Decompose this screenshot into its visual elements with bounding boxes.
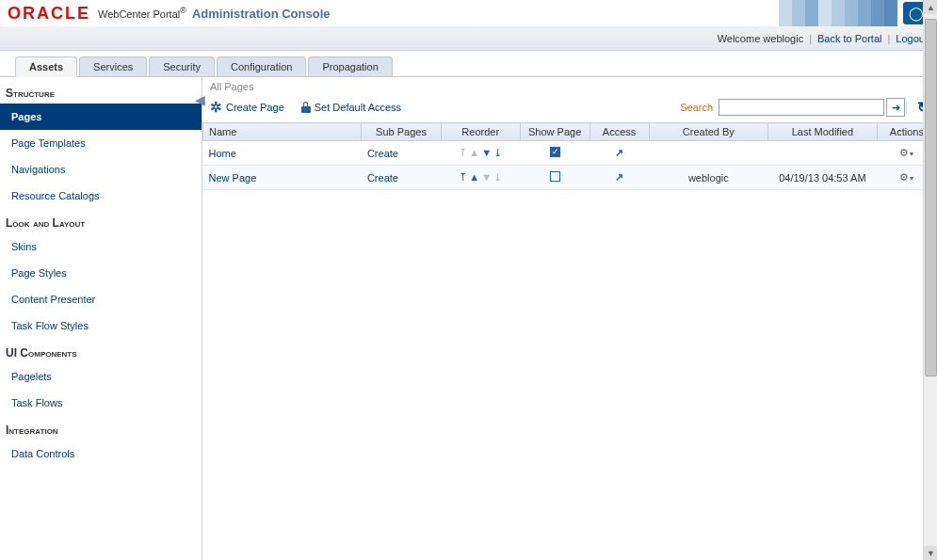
sidebar-item-task-flows[interactable]: Task Flows xyxy=(0,390,202,416)
lock-icon xyxy=(301,102,311,113)
tab-security[interactable]: Security xyxy=(149,56,215,76)
create-page-button[interactable]: ✲ Create Page xyxy=(210,99,284,116)
reorder-down-icon[interactable]: ▼ xyxy=(481,147,492,159)
tab-propagation[interactable]: Propagation xyxy=(308,56,392,76)
created-by-cell xyxy=(649,141,767,166)
access-cell: ↗ xyxy=(590,141,649,166)
sidebar-item-resource-catalogs[interactable]: Resource Catalogs xyxy=(0,183,202,209)
sidebar-group: UI Components xyxy=(0,339,202,363)
toolbar: ✲ Create Page Set Default Access Search … xyxy=(202,96,937,122)
pages-table: NameSub PagesReorderShow PageAccessCreat… xyxy=(202,122,937,190)
reorder-up-icon: ▲ xyxy=(469,147,479,159)
subpages-cell: Create xyxy=(362,166,441,190)
table-row: New PageCreate⤒▲▼⤓↗weblogic04/19/13 04:5… xyxy=(203,166,937,190)
sidebar-group: Integration xyxy=(0,416,202,440)
subpages-cell: Create xyxy=(362,141,441,166)
header: ORACLE WebCenter Portal® Administration … xyxy=(0,0,937,26)
column-header[interactable]: Name xyxy=(203,123,362,141)
reorder-bottom-icon[interactable]: ⤓ xyxy=(493,147,502,159)
scroll-down-arrow[interactable]: ▼ xyxy=(924,546,937,560)
sidebar-item-page-templates[interactable]: Page Templates xyxy=(0,130,202,156)
set-default-access-button[interactable]: Set Default Access xyxy=(301,102,401,113)
oracle-logo: ORACLE xyxy=(8,4,90,24)
column-header[interactable]: Sub Pages xyxy=(362,123,441,141)
sidebar: StructurePagesPage TemplatesNavigationsR… xyxy=(0,77,202,560)
create-icon: ✲ xyxy=(210,99,222,116)
user-bar: Welcome weblogic | Back to Portal | Logo… xyxy=(0,26,937,51)
sidebar-item-page-styles[interactable]: Page Styles xyxy=(0,260,202,286)
search-go-button[interactable]: ➔ xyxy=(886,98,905,117)
show-page-checkbox[interactable] xyxy=(550,147,560,157)
name-cell: New Page xyxy=(203,166,362,190)
product-name: WebCenter Portal® xyxy=(98,6,186,21)
show-cell xyxy=(520,141,590,166)
tab-assets[interactable]: Assets xyxy=(15,56,77,77)
column-header[interactable]: Reorder xyxy=(441,123,520,141)
vertical-scrollbar[interactable]: ▲ ▼ xyxy=(923,0,937,560)
actions-menu-icon[interactable]: ⚙ xyxy=(899,171,913,183)
page-name-link[interactable]: New Page xyxy=(209,172,257,184)
reorder-cell: ⤒▲▼⤓ xyxy=(441,166,520,190)
column-header[interactable]: Access xyxy=(590,123,649,141)
actions-menu-icon[interactable]: ⚙ xyxy=(899,147,913,158)
page-name-link[interactable]: Home xyxy=(209,148,236,159)
create-subpage-link[interactable]: Create xyxy=(367,148,398,159)
reorder-up-icon[interactable]: ▲ xyxy=(469,171,479,184)
reorder-down-icon: ▼ xyxy=(481,171,492,184)
column-header[interactable]: Created By xyxy=(649,123,767,141)
tab-configuration[interactable]: Configuration xyxy=(217,56,306,76)
column-header[interactable]: Last Modified xyxy=(767,123,877,141)
sidebar-item-pages[interactable]: Pages xyxy=(0,104,202,130)
show-page-checkbox[interactable] xyxy=(550,171,560,182)
sidebar-group: Structure xyxy=(0,79,202,104)
sidebar-item-skins[interactable]: Skins xyxy=(0,233,202,260)
reorder-top-icon[interactable]: ⤒ xyxy=(459,171,467,184)
create-subpage-link[interactable]: Create xyxy=(367,172,398,184)
reorder-top-icon: ⤒ xyxy=(459,147,467,159)
breadcrumb: All Pages xyxy=(202,77,937,96)
access-cell: ↗ xyxy=(590,166,649,190)
reorder-bottom-icon: ⤓ xyxy=(493,171,502,184)
show-cell xyxy=(520,166,590,190)
modified-cell: 04/19/13 04:53 AM xyxy=(767,166,877,190)
search-input[interactable] xyxy=(719,99,884,116)
reorder-cell: ⤒▲▼⤓ xyxy=(441,141,520,166)
table-row: HomeCreate⤒▲▼⤓↗⚙ xyxy=(203,141,937,166)
sidebar-item-pagelets[interactable]: Pagelets xyxy=(0,363,202,390)
main-tabs: AssetsServicesSecurityConfigurationPropa… xyxy=(0,51,937,77)
created-by-cell: weblogic xyxy=(649,166,767,190)
modified-cell xyxy=(767,141,877,166)
name-cell: Home xyxy=(203,141,362,166)
welcome-text: Welcome weblogic xyxy=(718,33,804,44)
back-to-portal-link[interactable]: Back to Portal xyxy=(817,33,881,44)
header-stripes xyxy=(779,0,897,26)
sidebar-group: Look and Layout xyxy=(0,209,202,233)
sidebar-item-navigations[interactable]: Navigations xyxy=(0,156,202,183)
sidebar-item-content-presenter[interactable]: Content Presenter xyxy=(0,286,202,312)
access-icon[interactable]: ↗ xyxy=(615,171,623,183)
content-pane: ◀ All Pages ✲ Create Page Set Default Ac… xyxy=(202,77,937,560)
scroll-up-arrow[interactable]: ▲ xyxy=(924,0,937,14)
column-header[interactable]: Show Page xyxy=(520,123,590,141)
sidebar-collapse-handle[interactable]: ◀ xyxy=(195,92,205,107)
tab-services[interactable]: Services xyxy=(79,56,147,76)
scroll-thumb[interactable] xyxy=(925,19,937,376)
sidebar-item-task-flow-styles[interactable]: Task Flow Styles xyxy=(0,312,202,339)
page-heading: Administration Console xyxy=(192,7,331,21)
access-icon[interactable]: ↗ xyxy=(615,147,623,158)
search-label: Search xyxy=(680,102,713,113)
sidebar-item-data-controls[interactable]: Data Controls xyxy=(0,440,202,467)
